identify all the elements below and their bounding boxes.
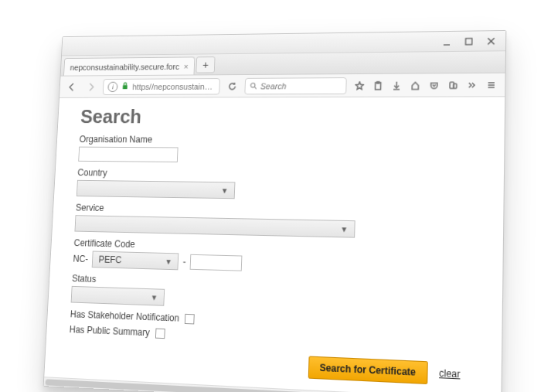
field-country: Country ▼ (77, 167, 471, 203)
tab-close-icon[interactable]: × (183, 62, 188, 71)
address-bar[interactable]: i https//nepconsustainabilit (103, 78, 220, 95)
status-select[interactable]: ▼ (71, 286, 165, 306)
organisation-input[interactable] (78, 147, 178, 162)
scheme-select-value: PEFC (98, 254, 121, 266)
browser-tab[interactable]: nepconsustainability.secure.forc × (63, 56, 195, 75)
new-tab-button[interactable]: + (196, 56, 216, 73)
organisation-label: Organisation Name (79, 134, 472, 146)
svg-rect-4 (123, 85, 128, 89)
country-select[interactable]: ▼ (77, 180, 236, 199)
download-icon (392, 80, 401, 90)
svg-rect-13 (454, 84, 457, 88)
chevron-double-right-icon (468, 80, 478, 90)
maximize-icon (464, 37, 472, 45)
field-service: Service ▼ (74, 203, 471, 240)
page-title: Search (80, 105, 472, 130)
window-close-button[interactable] (480, 33, 502, 49)
svg-marker-7 (355, 81, 363, 89)
svg-point-5 (250, 84, 255, 88)
scheme-select[interactable]: PEFC ▼ (92, 251, 179, 271)
overflow-button[interactable] (463, 76, 481, 93)
lock-icon (121, 81, 130, 91)
svg-rect-1 (465, 38, 471, 44)
chevron-down-icon: ▼ (151, 293, 158, 302)
browser-window: nepconsustainability.secure.forc × + i h… (43, 30, 507, 392)
svg-line-6 (254, 87, 256, 89)
clipboard-icon (373, 80, 383, 90)
clear-link[interactable]: clear (439, 367, 461, 380)
nav-back-button[interactable] (64, 79, 80, 95)
service-select[interactable]: ▼ (74, 215, 355, 237)
toolbar-icons (351, 76, 500, 94)
public-summary-label: Has Public Summary (69, 324, 150, 338)
address-bar-text: https//nepconsustainabilit (132, 81, 215, 90)
arrow-left-icon (67, 83, 76, 91)
window-maximize-button[interactable] (457, 33, 480, 49)
sync-icon (448, 80, 458, 90)
search-certificate-button[interactable]: Search for Certificate (308, 356, 428, 384)
field-certificate-code: Certificate Code NC- PEFC ▼ - (73, 237, 471, 278)
field-organisation: Organisation Name (78, 134, 472, 165)
bookmark-button[interactable] (351, 77, 368, 94)
reload-icon (227, 81, 236, 90)
site-info-icon: i (107, 81, 117, 91)
minimize-icon (443, 37, 451, 45)
close-icon (487, 37, 495, 45)
certificate-prefix: NC- (73, 254, 88, 264)
browser-search-box[interactable] (244, 77, 347, 94)
home-icon (410, 80, 420, 90)
pocket-button[interactable] (425, 77, 443, 94)
window-minimize-button[interactable] (436, 33, 458, 49)
stakeholder-notification-label: Has Stakeholder Notification (70, 308, 179, 323)
public-summary-checkbox[interactable] (155, 328, 165, 339)
pocket-icon (430, 80, 439, 90)
hamburger-menu-button[interactable] (482, 76, 500, 94)
star-icon (355, 80, 364, 90)
sync-button[interactable] (444, 77, 462, 94)
chevron-down-icon: ▼ (340, 224, 348, 233)
search-icon (250, 82, 257, 90)
home-button[interactable] (406, 77, 424, 94)
nav-forward-button[interactable] (83, 79, 100, 95)
url-toolbar: i https//nepconsustainabilit (60, 73, 505, 98)
chevron-down-icon: ▼ (165, 257, 172, 265)
downloads-button[interactable] (388, 77, 406, 94)
page-content: Search Organisation Name Country ▼ Servi… (44, 97, 505, 392)
hamburger-icon (486, 80, 496, 89)
reload-button[interactable] (223, 77, 240, 94)
certificate-number-input[interactable] (190, 254, 243, 271)
stakeholder-notification-checkbox[interactable] (185, 313, 195, 324)
screenshot-button[interactable] (369, 77, 386, 94)
browser-tab-label: nepconsustainability.secure.forc (70, 62, 179, 72)
chevron-down-icon: ▼ (221, 186, 229, 195)
certificate-dash: - (183, 257, 186, 268)
arrow-right-icon (87, 82, 95, 90)
browser-search-input[interactable] (260, 81, 342, 90)
